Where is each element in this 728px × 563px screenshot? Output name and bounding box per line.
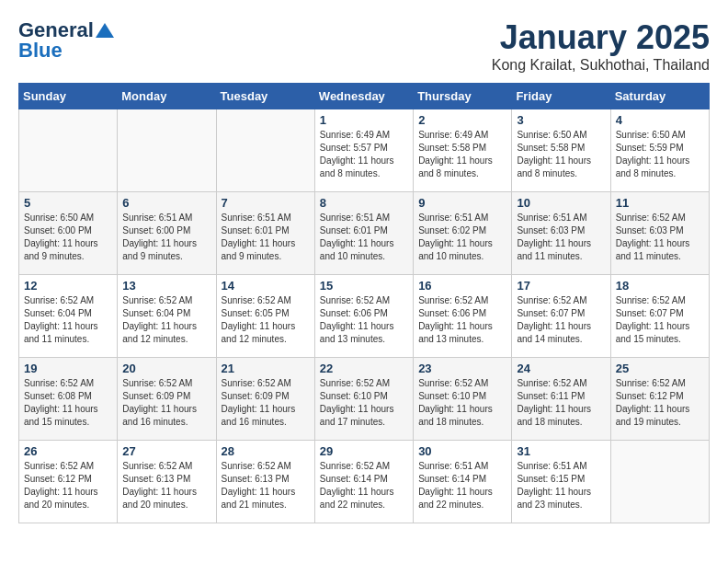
calendar-cell: 25Sunrise: 6:52 AMSunset: 6:12 PMDayligh… [610,358,709,441]
day-info: Sunrise: 6:52 AMSunset: 6:10 PMDaylight:… [418,377,506,429]
calendar-cell: 31Sunrise: 6:51 AMSunset: 6:15 PMDayligh… [512,441,610,523]
day-number: 26 [24,444,112,458]
day-info: Sunrise: 6:52 AMSunset: 6:07 PMDaylight:… [616,294,704,346]
day-info: Sunrise: 6:50 AMSunset: 6:00 PMDaylight:… [24,212,112,263]
day-number: 1 [320,113,408,127]
day-info: Sunrise: 6:52 AMSunset: 6:08 PMDaylight:… [24,377,112,429]
calendar-table: SundayMondayTuesdayWednesdayThursdayFrid… [18,83,710,523]
day-info: Sunrise: 6:50 AMSunset: 5:59 PMDaylight:… [616,129,704,180]
calendar-cell: 27Sunrise: 6:52 AMSunset: 6:13 PMDayligh… [118,441,216,523]
calendar-cell: 1Sunrise: 6:49 AMSunset: 5:57 PMDaylight… [314,109,413,192]
calendar-cell: 15Sunrise: 6:52 AMSunset: 6:06 PMDayligh… [314,275,413,358]
day-number: 4 [616,113,704,127]
day-number: 22 [320,362,408,375]
day-info: Sunrise: 6:52 AMSunset: 6:07 PMDaylight:… [517,294,605,346]
weekday-header-saturday: Saturday [610,84,709,109]
calendar-cell: 9Sunrise: 6:51 AMSunset: 6:02 PMDaylight… [414,192,512,275]
day-number: 20 [122,362,210,375]
day-number: 5 [24,196,112,210]
calendar-cell [19,109,118,192]
calendar-cell: 23Sunrise: 6:52 AMSunset: 6:10 PMDayligh… [414,358,512,441]
calendar-cell: 26Sunrise: 6:52 AMSunset: 6:12 PMDayligh… [19,441,118,523]
calendar-cell: 19Sunrise: 6:52 AMSunset: 6:08 PMDayligh… [19,358,118,441]
day-info: Sunrise: 6:52 AMSunset: 6:09 PMDaylight:… [122,377,210,429]
calendar-cell: 13Sunrise: 6:52 AMSunset: 6:04 PMDayligh… [118,275,216,358]
calendar-cell: 2Sunrise: 6:49 AMSunset: 5:58 PMDaylight… [414,109,512,192]
calendar-cell: 21Sunrise: 6:52 AMSunset: 6:09 PMDayligh… [216,358,314,441]
day-info: Sunrise: 6:52 AMSunset: 6:13 PMDaylight:… [222,460,310,511]
week-row-5: 26Sunrise: 6:52 AMSunset: 6:12 PMDayligh… [19,441,710,523]
calendar-cell: 28Sunrise: 6:52 AMSunset: 6:13 PMDayligh… [216,441,314,523]
day-number: 14 [222,279,310,293]
calendar-cell [216,109,314,192]
calendar-cell: 20Sunrise: 6:52 AMSunset: 6:09 PMDayligh… [118,358,216,441]
day-number: 12 [24,279,112,293]
day-number: 31 [517,444,605,458]
calendar-cell [610,441,709,523]
day-info: Sunrise: 6:52 AMSunset: 6:10 PMDaylight:… [320,377,408,429]
day-number: 28 [222,444,310,458]
location-title: Kong Krailat, Sukhothai, Thailand [492,57,710,74]
day-info: Sunrise: 6:51 AMSunset: 6:15 PMDaylight:… [517,460,605,511]
weekday-header-tuesday: Tuesday [216,84,314,109]
day-info: Sunrise: 6:52 AMSunset: 6:06 PMDaylight:… [320,294,408,346]
day-info: Sunrise: 6:49 AMSunset: 5:57 PMDaylight:… [320,129,408,180]
calendar-cell: 22Sunrise: 6:52 AMSunset: 6:10 PMDayligh… [314,358,413,441]
day-number: 25 [616,362,704,375]
day-number: 21 [222,362,310,375]
weekday-header-friday: Friday [512,84,610,109]
day-info: Sunrise: 6:52 AMSunset: 6:14 PMDaylight:… [320,460,408,511]
day-number: 23 [418,362,506,375]
day-info: Sunrise: 6:51 AMSunset: 6:03 PMDaylight:… [517,212,605,263]
calendar-cell: 8Sunrise: 6:51 AMSunset: 6:01 PMDaylight… [314,192,413,275]
day-info: Sunrise: 6:52 AMSunset: 6:12 PMDaylight:… [24,460,112,511]
calendar-cell: 17Sunrise: 6:52 AMSunset: 6:07 PMDayligh… [512,275,610,358]
page-header: General Blue January 2025 Kong Krailat, … [18,18,710,74]
day-info: Sunrise: 6:52 AMSunset: 6:05 PMDaylight:… [222,294,310,346]
day-number: 6 [122,196,210,210]
day-info: Sunrise: 6:51 AMSunset: 6:01 PMDaylight:… [222,212,310,263]
day-number: 13 [122,279,210,293]
day-info: Sunrise: 6:51 AMSunset: 6:14 PMDaylight:… [418,460,506,511]
svg-marker-0 [96,23,114,38]
weekday-header-sunday: Sunday [19,84,118,109]
calendar-body: 1Sunrise: 6:49 AMSunset: 5:57 PMDaylight… [19,109,710,523]
calendar-cell: 10Sunrise: 6:51 AMSunset: 6:03 PMDayligh… [512,192,610,275]
day-number: 10 [517,196,605,210]
day-info: Sunrise: 6:49 AMSunset: 5:58 PMDaylight:… [418,129,506,180]
weekday-header-wednesday: Wednesday [314,84,413,109]
calendar-cell: 14Sunrise: 6:52 AMSunset: 6:05 PMDayligh… [216,275,314,358]
day-number: 18 [616,279,704,293]
day-number: 7 [222,196,310,210]
day-number: 2 [418,113,506,127]
day-number: 17 [517,279,605,293]
calendar-cell: 5Sunrise: 6:50 AMSunset: 6:00 PMDaylight… [19,192,118,275]
day-number: 15 [320,279,408,293]
week-row-4: 19Sunrise: 6:52 AMSunset: 6:08 PMDayligh… [19,358,710,441]
calendar-cell: 24Sunrise: 6:52 AMSunset: 6:11 PMDayligh… [512,358,610,441]
calendar-cell [118,109,216,192]
calendar-cell: 16Sunrise: 6:52 AMSunset: 6:06 PMDayligh… [414,275,512,358]
day-info: Sunrise: 6:51 AMSunset: 6:00 PMDaylight:… [122,212,210,263]
week-row-1: 1Sunrise: 6:49 AMSunset: 5:57 PMDaylight… [19,109,710,192]
weekday-header-monday: Monday [118,84,216,109]
logo: General Blue [18,18,114,63]
day-info: Sunrise: 6:52 AMSunset: 6:13 PMDaylight:… [122,460,210,511]
day-info: Sunrise: 6:50 AMSunset: 5:58 PMDaylight:… [517,129,605,180]
calendar-header: SundayMondayTuesdayWednesdayThursdayFrid… [19,84,710,109]
day-info: Sunrise: 6:52 AMSunset: 6:12 PMDaylight:… [616,377,704,429]
weekday-header-thursday: Thursday [414,84,512,109]
day-number: 3 [517,113,605,127]
calendar-cell: 3Sunrise: 6:50 AMSunset: 5:58 PMDaylight… [512,109,610,192]
day-number: 19 [24,362,112,375]
week-row-2: 5Sunrise: 6:50 AMSunset: 6:00 PMDaylight… [19,192,710,275]
day-number: 8 [320,196,408,210]
calendar-cell: 7Sunrise: 6:51 AMSunset: 6:01 PMDaylight… [216,192,314,275]
month-title: January 2025 [492,18,710,57]
day-number: 9 [418,196,506,210]
day-number: 27 [122,444,210,458]
day-info: Sunrise: 6:52 AMSunset: 6:11 PMDaylight:… [517,377,605,429]
calendar-cell: 29Sunrise: 6:52 AMSunset: 6:14 PMDayligh… [314,441,413,523]
calendar-cell: 11Sunrise: 6:52 AMSunset: 6:03 PMDayligh… [610,192,709,275]
title-block: January 2025 Kong Krailat, Sukhothai, Th… [492,18,710,74]
